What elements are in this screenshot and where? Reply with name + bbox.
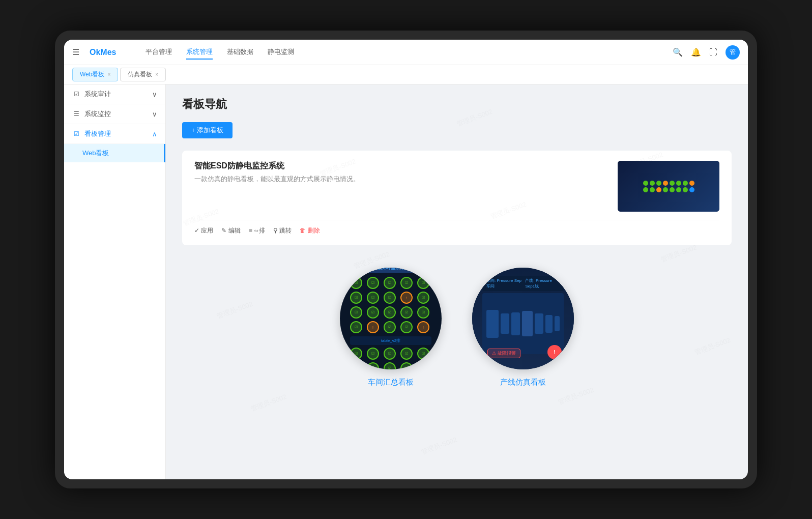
nav-actions: 🔍 🔔 ⛶ 管 bbox=[673, 45, 740, 60]
nav-system[interactable]: 系统管理 bbox=[186, 45, 213, 60]
device-frame: ☰ OkMes 平台管理 系统管理 基础数据 静电监测 🔍 🔔 ⛶ 管 Web看… bbox=[55, 31, 757, 488]
tab-web-kanban[interactable]: Web看板 × bbox=[72, 68, 118, 81]
tab-bar: Web看板 × 仿真看板 × bbox=[64, 65, 748, 84]
sidebar-item-audit[interactable]: ☑ 系统审计 ∨ bbox=[64, 84, 165, 104]
card-desc: 一款仿真的静电看板，能以最直观的方式展示静电情况。 bbox=[194, 175, 618, 184]
nav-base[interactable]: 基础数据 bbox=[227, 45, 253, 60]
tab-close-web[interactable]: × bbox=[107, 72, 110, 77]
dashboard-circles: 静电实时监测看板 ☑☑☑☑☑ ☑☑☑!☑ ☑☑☑☑☑ ☑!☑☑! table_v… bbox=[182, 257, 732, 397]
action-sort[interactable]: ≡ ∽排 bbox=[249, 226, 265, 235]
card-preview bbox=[618, 161, 719, 212]
avatar[interactable]: 管 bbox=[726, 45, 740, 60]
card-info: 智能ESD防静电监控系统 一款仿真的静电看板，能以最直观的方式展示静电情况。 bbox=[194, 161, 618, 184]
circle-inner-1: 静电实时监测看板 ☑☑☑☑☑ ☑☑☑!☑ ☑☑☑☑☑ ☑!☑☑! table_v… bbox=[340, 268, 442, 369]
circle-production: 车间: Pressure Sep车间 产线: Pressure Sep1线 bbox=[472, 268, 574, 387]
tab-close-sim[interactable]: × bbox=[155, 72, 158, 77]
nav-menu: 平台管理 系统管理 基础数据 静电监测 bbox=[146, 45, 673, 60]
nav-esd[interactable]: 静电监测 bbox=[268, 45, 294, 60]
chevron-up-icon: ∧ bbox=[152, 130, 157, 138]
circle-container-1[interactable]: 静电实时监测看板 ☑☑☑☑☑ ☑☑☑!☑ ☑☑☑☑☑ ☑!☑☑! table_v… bbox=[340, 268, 442, 369]
card-actions: ✓ 应用 ✎ 编辑 ≡ ∽排 ⚲ 跳转 🗑 删除 bbox=[194, 220, 719, 235]
search-icon[interactable]: 🔍 bbox=[673, 47, 683, 57]
sidebar-item-kanban-mgmt[interactable]: ☑ 看板管理 ∧ bbox=[64, 124, 165, 144]
chevron-down-icon: ∨ bbox=[152, 91, 157, 98]
sidebar-item-monitor[interactable]: ☰ 系统监控 ∨ bbox=[64, 104, 165, 124]
kanban-card: 智能ESD防静电监控系统 一款仿真的静电看板，能以最直观的方式展示静电情况。 bbox=[182, 151, 732, 245]
top-nav: ☰ OkMes 平台管理 系统管理 基础数据 静电监测 🔍 🔔 ⛶ 管 bbox=[64, 40, 748, 65]
circle-workshop: 静电实时监测看板 ☑☑☑☑☑ ☑☑☑!☑ ☑☑☑☑☑ ☑!☑☑! table_v… bbox=[340, 268, 442, 387]
page-title: 看板导航 bbox=[182, 97, 732, 112]
machine-viz: 车间: Pressure Sep车间 产线: Pressure Sep1线 bbox=[472, 268, 574, 369]
action-delete[interactable]: 🗑 删除 bbox=[300, 226, 320, 235]
kanban-icon: ☑ bbox=[72, 130, 80, 138]
sidebar: ☑ 系统审计 ∨ ☰ 系统监控 ∨ ☑ 看板管理 bbox=[64, 84, 166, 479]
circle-container-2[interactable]: 车间: Pressure Sep车间 产线: Pressure Sep1线 bbox=[472, 268, 574, 369]
action-edit[interactable]: ✎ 编辑 bbox=[221, 226, 240, 235]
chevron-down-icon-2: ∨ bbox=[152, 110, 157, 118]
main-content: ☑ 系统审计 ∨ ☰ 系统监控 ∨ ☑ 看板管理 bbox=[64, 84, 748, 479]
card-title: 智能ESD防静电监控系统 bbox=[194, 161, 618, 171]
page-area: 管理员-S002管理员-S002管理员-S002管理员-S002 管理员-S00… bbox=[166, 84, 748, 479]
fullscreen-icon[interactable]: ⛶ bbox=[709, 48, 717, 57]
screen: ☰ OkMes 平台管理 系统管理 基础数据 静电监测 🔍 🔔 ⛶ 管 Web看… bbox=[64, 40, 748, 479]
nav-platform[interactable]: 平台管理 bbox=[146, 45, 172, 60]
card-header: 智能ESD防静电监控系统 一款仿真的静电看板，能以最直观的方式展示静电情况。 bbox=[194, 161, 719, 212]
app-logo: OkMes bbox=[90, 48, 130, 57]
preview-inner bbox=[618, 161, 719, 212]
tab-sim-kanban[interactable]: 仿真看板 × bbox=[120, 68, 166, 81]
add-kanban-button[interactable]: + 添加看板 bbox=[182, 122, 233, 138]
bell-icon[interactable]: 🔔 bbox=[691, 47, 701, 57]
action-jump[interactable]: ⚲ 跳转 bbox=[273, 226, 292, 235]
action-apply[interactable]: ✓ 应用 bbox=[194, 226, 213, 235]
circle-label-2: 产线仿真看板 bbox=[500, 378, 546, 387]
circle-inner-2: 车间: Pressure Sep车间 产线: Pressure Sep1线 bbox=[472, 268, 574, 369]
sidebar-subitem-web-kanban[interactable]: Web看板 bbox=[64, 144, 165, 162]
monitor-icon: ☰ bbox=[72, 110, 80, 118]
audit-icon: ☑ bbox=[72, 90, 80, 98]
circle-label-1: 车间汇总看板 bbox=[368, 378, 414, 387]
hamburger-icon[interactable]: ☰ bbox=[72, 47, 79, 57]
